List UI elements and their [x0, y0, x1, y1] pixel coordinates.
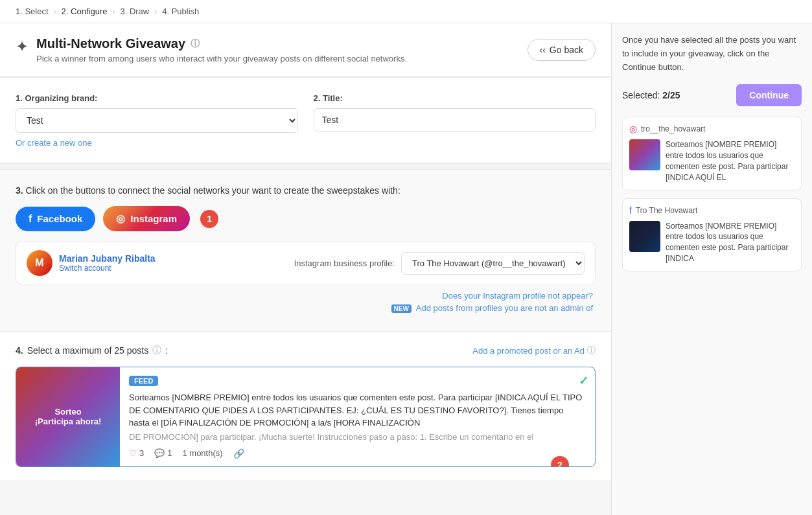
instagram-button[interactable]: ◎ Instagram [103, 206, 190, 231]
page-header: ✦ Multi-Network Giveaway ⓘ Pick a winner… [0, 23, 611, 77]
header-info: Multi-Network Giveaway ⓘ Pick a winner f… [36, 36, 407, 63]
posts-section: 4. Select a maximum of 25 posts ⓘ : Add … [0, 332, 611, 480]
post-text: Sorteamos [NOMBRE PREMIO] entre todos lo… [129, 391, 586, 429]
account-details: Marian Jubany Ribalta Switch account [59, 253, 156, 273]
title-group: 2. Title: [314, 93, 596, 148]
helper-links: Does your Instagram profile not appear? … [16, 291, 596, 313]
post-thumbnail: Sorteo ¡Participa ahora! [16, 367, 120, 466]
right-sidebar: Once you have selected all the posts you… [611, 23, 812, 515]
switch-account-link[interactable]: Switch account [59, 264, 156, 273]
post-meta: ♡ 3 💬 1 1 month(s) 🔗 [129, 448, 586, 459]
brand-title-section: 1. Organizing brand: Test Or create a ne… [0, 77, 611, 164]
account-avatar: M [27, 250, 52, 276]
post-text-truncated: DE PROMOCIÓN] para participar. ¡Mucha su… [129, 432, 586, 442]
post-content: FEED Sorteamos [NOMBRE PREMIO] entre tod… [120, 367, 595, 466]
page-title: Multi-Network Giveaway ⓘ [36, 36, 407, 51]
sidebar-post-body-fb: Sorteamos [NOMBRE PREMIO] entre todos lo… [629, 221, 795, 264]
feed-badge: FEED [129, 376, 158, 386]
sidebar-network-label-ig: ◎ tro__the_hovawart [629, 124, 795, 134]
sidebar-post-text-fb: Sorteamos [NOMBRE PREMIO] entre todos lo… [666, 221, 795, 264]
post-time: 1 month(s) [182, 448, 222, 458]
title-help-icon[interactable]: ⓘ [191, 38, 200, 50]
profile-select-label: Instagram business profile: [294, 258, 395, 268]
comments-count: 💬 1 [154, 448, 172, 458]
breadcrumb-arrow-1: › [54, 7, 56, 16]
sidebar-post-item-instagram: ◎ tro__the_hovawart Sorteamos [NOMBRE PR… [622, 117, 802, 190]
go-back-arrow-icon: ‹‹ [540, 45, 546, 55]
heart-icon: ♡ [129, 448, 137, 458]
add-promoted-help-icon: ⓘ [587, 345, 596, 356]
profile-not-appear-link[interactable]: Does your Instagram profile not appear? [16, 291, 593, 301]
link-icon: 🔗 [233, 448, 244, 459]
title-input[interactable] [314, 108, 596, 132]
instagram-icon: ◎ [116, 212, 125, 225]
network-buttons: f Facebook ◎ Instagram 1 [16, 206, 596, 231]
page-subtitle: Pick a winner from among users who inter… [36, 54, 407, 63]
create-new-link[interactable]: Or create a new one [16, 138, 92, 148]
posts-title: 4. Select a maximum of 25 posts ⓘ : [16, 345, 168, 356]
form-row-1: 1. Organizing brand: Test Or create a ne… [16, 93, 596, 148]
add-promoted-link[interactable]: Add a promoted post or an Ad ⓘ [472, 345, 596, 356]
facebook-icon: f [29, 213, 32, 225]
brand-select[interactable]: Test [16, 108, 298, 133]
sidebar-post-text-ig: Sorteamos [NOMBRE PREMIO] entre todos lo… [666, 139, 795, 183]
post-selected-check: ✓ [579, 374, 588, 388]
breadcrumb-step-2[interactable]: 2. Configure [62, 6, 108, 16]
comment-icon: 💬 [154, 448, 165, 458]
sidebar-post-body-ig: Sorteamos [NOMBRE PREMIO] entre todos lo… [629, 139, 795, 183]
facebook-network-icon: f [629, 205, 632, 216]
continue-button[interactable]: Continue [736, 84, 802, 106]
profile-select[interactable]: Tro The Hovawart (@tro__the_hovawart) [401, 252, 585, 275]
selected-count-row: Selected: 2/25 Continue [622, 84, 802, 106]
link-icon-item[interactable]: 🔗 [233, 448, 244, 459]
breadcrumb-step-3[interactable]: 3. Draw [120, 6, 149, 16]
breadcrumb: 1. Select › 2. Configure › 3. Draw › 4. … [0, 0, 812, 23]
posts-info-icon[interactable]: ⓘ [152, 345, 161, 356]
app-logo-icon: ✦ [16, 38, 29, 56]
profile-select-group: Instagram business profile: Tro The Hova… [294, 252, 585, 275]
content-area: ✦ Multi-Network Giveaway ⓘ Pick a winner… [0, 23, 611, 515]
breadcrumb-step-1[interactable]: 1. Select [16, 6, 49, 16]
posts-header: 4. Select a maximum of 25 posts ⓘ : Add … [16, 345, 596, 356]
network-section: 3. Click on the buttons to connect the s… [0, 169, 611, 332]
title-label: 2. Title: [314, 93, 596, 103]
sidebar-description: Once you have selected all the posts you… [622, 34, 802, 74]
go-back-button[interactable]: ‹‹ Go back [528, 39, 596, 61]
likes-count: ♡ 3 [129, 448, 144, 458]
brand-label: 1. Organizing brand: [16, 93, 298, 103]
account-row: M Marian Jubany Ribalta Switch account I… [16, 242, 596, 284]
network-count-badge: 1 [200, 210, 218, 228]
brand-group: 1. Organizing brand: Test Or create a ne… [16, 93, 298, 148]
post-card[interactable]: Sorteo ¡Participa ahora! FEED Sorteamos … [16, 367, 596, 467]
selected-count-text: Selected: 2/25 [622, 90, 680, 100]
sidebar-network-label-fb: f Tro The Hovawart [629, 205, 795, 216]
account-info: M Marian Jubany Ribalta Switch account [27, 250, 156, 276]
sidebar-post-item-facebook: f Tro The Hovawart Sorteamos [NOMBRE PRE… [622, 198, 802, 271]
sidebar-post-thumbnail-fb [629, 221, 660, 252]
new-badge: NEW [391, 304, 412, 313]
header-left: ✦ Multi-Network Giveaway ⓘ Pick a winner… [16, 36, 407, 63]
instagram-network-icon: ◎ [629, 124, 637, 134]
breadcrumb-arrow-3: › [154, 7, 157, 16]
add-posts-admin-link[interactable]: NEW Add posts from profiles you are not … [16, 303, 593, 313]
breadcrumb-arrow-2: › [112, 7, 115, 16]
sidebar-post-thumbnail-ig [629, 139, 660, 170]
network-section-title: 3. Click on the buttons to connect the s… [16, 185, 596, 196]
breadcrumb-step-4[interactable]: 4. Publish [162, 6, 199, 16]
account-name[interactable]: Marian Jubany Ribalta [59, 253, 156, 264]
facebook-button[interactable]: f Facebook [16, 207, 95, 231]
